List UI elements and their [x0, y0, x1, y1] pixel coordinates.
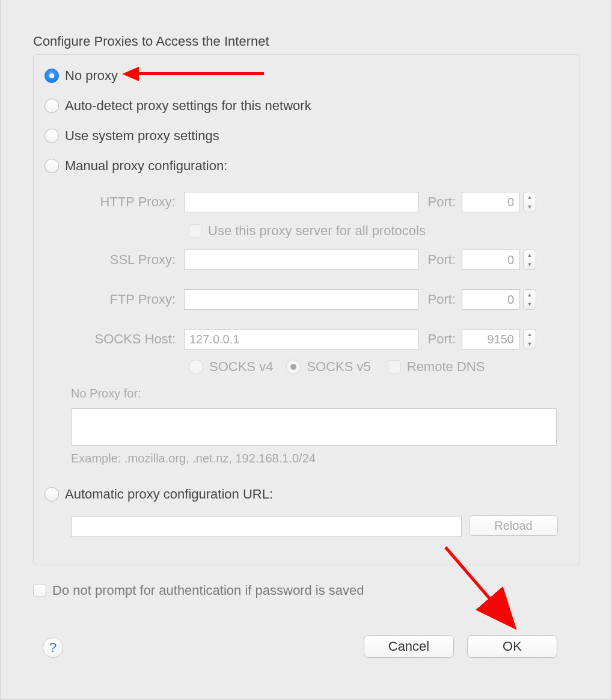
svg-line-0 [445, 547, 513, 625]
proxy-settings-dialog: Configure Proxies to Access the Internet… [0, 0, 612, 700]
annotation-arrow-2 [1, 0, 612, 700]
